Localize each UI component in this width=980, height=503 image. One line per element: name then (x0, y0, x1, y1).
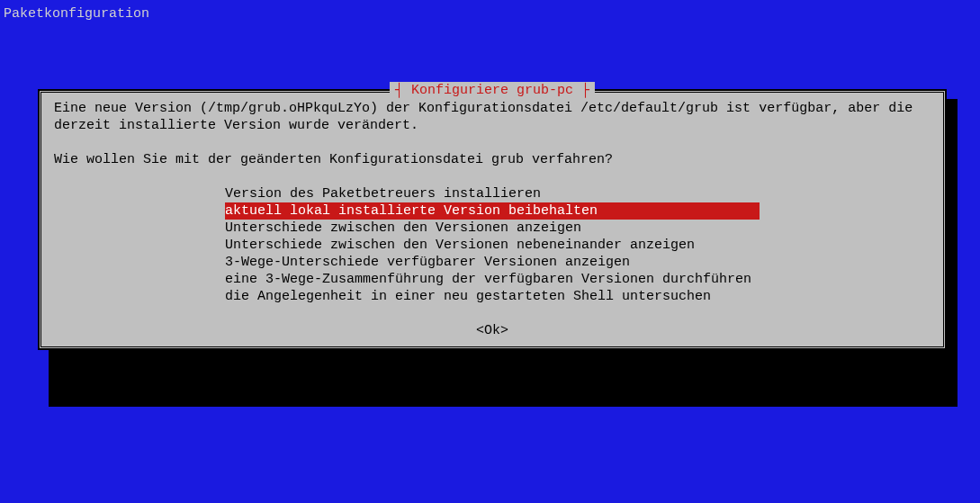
dialog-body: Eine neue Version (/tmp/grub.oHPkquLzYo)… (54, 100, 931, 339)
option-show-diff-side[interactable]: Unterschiede zwischen den Versionen nebe… (225, 237, 931, 254)
dialog-title-text: Konfiguriere grub-pc (411, 83, 573, 98)
option-shell[interactable]: die Angelegenheit in einer neu gestartet… (225, 288, 931, 305)
dialog-title: ┤ Konfiguriere grub-pc ├ (390, 82, 595, 99)
ok-button[interactable]: <Ok> (54, 322, 931, 339)
dialog-inner: ┤ Konfiguriere grub-pc ├ Eine neue Versi… (40, 92, 944, 347)
config-dialog: ┤ Konfiguriere grub-pc ├ Eine neue Versi… (38, 89, 947, 350)
dialog-question: Wie wollen Sie mit der geänderten Konfig… (54, 151, 931, 168)
option-3way-merge[interactable]: eine 3-Wege-Zusammenführung der verfügba… (225, 271, 931, 288)
option-show-diff[interactable]: Unterschiede zwischen den Versionen anze… (225, 220, 931, 237)
body-line-2: derzeit installierte Version wurde verän… (54, 118, 418, 133)
page-title: Paketkonfiguration (4, 5, 149, 22)
option-3way-diff[interactable]: 3-Wege-Unterschiede verfügbarer Versione… (225, 254, 931, 271)
options-list: Version des Paketbetreuers installieren … (225, 185, 931, 305)
terminal-background: Paketkonfiguration ┤ Konfiguriere grub-p… (0, 0, 980, 503)
option-keep-local[interactable]: aktuell lokal installierte Version beibe… (225, 202, 760, 220)
body-line-1: Eine neue Version (/tmp/grub.oHPkquLzYo)… (54, 101, 913, 116)
option-install-maintainer[interactable]: Version des Paketbetreuers installieren (225, 185, 931, 202)
dialog-body-text: Eine neue Version (/tmp/grub.oHPkquLzYo)… (54, 100, 931, 134)
